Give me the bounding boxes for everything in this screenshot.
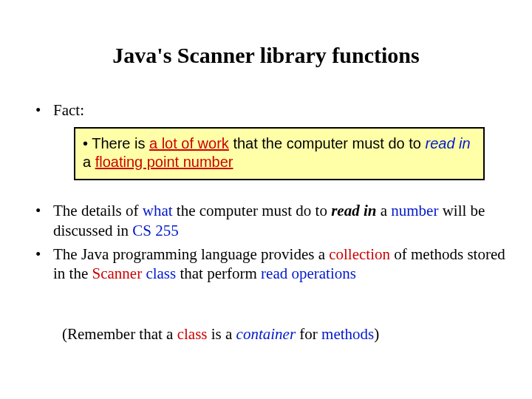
d1-number: number — [391, 202, 438, 219]
callout-read-in: read in — [426, 135, 471, 151]
d1-what: what — [143, 202, 173, 219]
d1-p1: The details of — [53, 202, 143, 219]
d2-p1: The Java programming language provides a — [53, 245, 329, 263]
foot-container: container — [236, 325, 296, 343]
callout-pre: • There is — [83, 135, 149, 151]
bullet-detail-2: • The Java programming language provides… — [35, 245, 505, 284]
callout-floating-point: floating point number — [95, 154, 233, 170]
d2-p4: that perform — [176, 265, 261, 282]
foot-p2: is a — [208, 325, 236, 343]
d1-p2: the computer must do to — [173, 202, 332, 219]
bullet-dot: • — [35, 245, 53, 284]
d2-read-ops: read operations — [261, 265, 356, 282]
d1-read-in: read in — [331, 202, 376, 219]
bullet-fact: • Fact: — [35, 100, 505, 120]
foot-class: class — [177, 325, 208, 343]
d2-scanner: Scanner — [92, 265, 143, 282]
callout-a-lot-of-work: a lot of work — [149, 135, 229, 151]
footnote: (Remember that a class is a container fo… — [35, 324, 505, 344]
foot-methods: methods — [321, 325, 374, 343]
bullet-dot: • — [35, 100, 53, 120]
fact-label: Fact: — [53, 100, 505, 120]
d2-class: class — [146, 265, 176, 282]
d1-p3: a — [376, 202, 391, 219]
bullet-detail-1: • The details of what the computer must … — [35, 201, 505, 240]
callout-mid: that the computer must do to — [229, 135, 426, 151]
callout-a: a — [83, 154, 95, 170]
slide: Java's Scanner library functions • Fact:… — [0, 0, 532, 399]
page-title: Java's Scanner library functions — [0, 43, 532, 68]
foot-p4: ) — [374, 325, 379, 343]
foot-p1: (Remember that a — [62, 325, 177, 343]
bullet-dot: • — [35, 201, 53, 240]
slide-body: • Fact: • There is a lot of work that th… — [35, 100, 505, 344]
d2-collection: collection — [329, 245, 390, 263]
d1-course: CS 255 — [132, 222, 178, 239]
detail-2-text: The Java programming language provides a… — [53, 245, 505, 284]
detail-1-text: The details of what the computer must do… — [53, 201, 505, 240]
foot-p3: for — [296, 325, 321, 343]
callout-box: • There is a lot of work that the comput… — [74, 127, 485, 180]
